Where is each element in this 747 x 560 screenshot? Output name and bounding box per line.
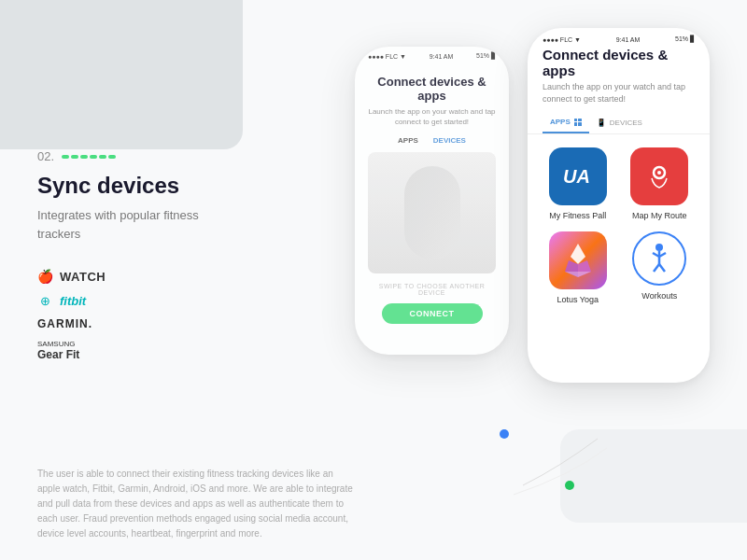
phone-right-tabbar: APPS 📱 DEVICES bbox=[528, 114, 710, 134]
app-name-map: Map My Route bbox=[632, 211, 687, 220]
status-left-signal: ●●●● FLC ▼ bbox=[368, 53, 406, 60]
app-name-workout: Workouts bbox=[641, 291, 677, 301]
step-dot-5 bbox=[99, 155, 106, 159]
app-item-map[interactable]: Map My Route bbox=[625, 147, 696, 220]
step-dot-2 bbox=[71, 155, 78, 159]
map-icon-svg bbox=[642, 160, 676, 193]
brand-garmin-label: GARMIN. bbox=[37, 317, 92, 330]
phone-left-tabbar: APPS DEVICES bbox=[368, 136, 496, 145]
brand-list: 🍎 WATCH ⊕ fitbit GARMIN. SAMSUNG Gear Fi… bbox=[37, 269, 243, 361]
svg-line-12 bbox=[659, 264, 665, 272]
brand-apple-label: WATCH bbox=[60, 270, 106, 284]
step-dot-3 bbox=[80, 155, 88, 159]
brand-fitbit-label: fitbit bbox=[60, 294, 86, 308]
svg-point-7 bbox=[655, 244, 663, 251]
workout-icon-svg bbox=[641, 240, 678, 277]
swipe-text: SWIPE TO CHOOSE ANOTHER DEVICE bbox=[368, 283, 496, 296]
tab-apps-right[interactable]: APPS bbox=[543, 114, 589, 133]
app-item-yoga[interactable]: Lotus Yoga bbox=[543, 231, 613, 304]
yoga-icon-svg bbox=[559, 240, 597, 281]
tab-devices-label: DEVICES bbox=[610, 119, 642, 127]
tab-apps-label: APPS bbox=[550, 118, 571, 126]
app-name-fitness: My Fitness Pall bbox=[549, 211, 606, 220]
phone-left-subtitle: Launch the app on your watch and tap con… bbox=[368, 106, 496, 127]
step-dot-1 bbox=[62, 155, 69, 159]
status-left-battery: 51% ▊ bbox=[476, 52, 496, 60]
brand-samsung-label: SAMSUNG Gear Fit bbox=[37, 340, 79, 361]
svg-marker-3 bbox=[571, 244, 585, 264]
phone-right-subtitle: Launch the app on your watch and tap con… bbox=[528, 81, 710, 105]
section-desc: Integrates with popular fitness trackers bbox=[37, 206, 243, 243]
svg-line-11 bbox=[654, 264, 659, 272]
app-icon-yoga bbox=[549, 231, 607, 289]
dot-blue bbox=[500, 429, 509, 439]
bg-shape-top bbox=[0, 0, 243, 149]
app-name-yoga: Lotus Yoga bbox=[557, 295, 599, 304]
apple-icon: 🍎 bbox=[37, 269, 52, 284]
svg-point-2 bbox=[657, 171, 661, 175]
phones-container: ●●●● FLC ▼ 9:41 AM 51% ▊ Connect devices… bbox=[355, 28, 710, 383]
phone-right-title: Connect devices & apps bbox=[528, 47, 710, 78]
ua-logo-svg: UA bbox=[561, 162, 595, 190]
phone-right-status: ●●●● FLC ▼ 9:41 AM 51% ▊ bbox=[528, 28, 710, 47]
connect-button[interactable]: CONNECT bbox=[382, 303, 483, 324]
step-label: 02. bbox=[37, 149, 243, 163]
phone-left-status: ●●●● FLC ▼ 9:41 AM 51% ▊ bbox=[355, 47, 509, 63]
step-dot-6 bbox=[108, 155, 116, 159]
tab-apps-left[interactable]: APPS bbox=[398, 136, 418, 145]
grid-icon bbox=[574, 119, 582, 126]
step-number: 02. bbox=[37, 149, 54, 163]
tab-devices-right[interactable]: 📱 DEVICES bbox=[589, 114, 650, 133]
dot-green bbox=[565, 481, 574, 490]
device-image-area bbox=[368, 152, 496, 273]
app-item-workout[interactable]: Workouts bbox=[625, 231, 696, 304]
brand-samsung: SAMSUNG Gear Fit bbox=[37, 340, 243, 361]
device-silhouette bbox=[404, 166, 460, 259]
status-left-time: 9:41 AM bbox=[430, 53, 454, 60]
app-icon-ua: UA bbox=[549, 147, 607, 205]
footer-text: The user is able to connect their existi… bbox=[37, 467, 355, 541]
phone-left-content: Connect devices & apps Launch the app on… bbox=[355, 63, 509, 335]
brand-fitbit: ⊕ fitbit bbox=[37, 293, 243, 308]
left-panel: 02. Sync devices Integrates with popular… bbox=[37, 149, 243, 361]
phone-right: ●●●● FLC ▼ 9:41 AM 51% ▊ Connect devices… bbox=[528, 28, 710, 383]
section-title: Sync devices bbox=[37, 173, 243, 199]
status-right-signal: ●●●● FLC ▼ bbox=[543, 36, 581, 43]
fitbit-icon: ⊕ bbox=[37, 293, 52, 308]
svg-marker-6 bbox=[565, 272, 591, 277]
step-dots bbox=[62, 155, 116, 159]
step-dot-4 bbox=[90, 155, 97, 159]
brand-garmin: GARMIN. bbox=[37, 317, 243, 330]
svg-text:UA: UA bbox=[563, 166, 590, 187]
bg-shape-bottom-right bbox=[560, 429, 747, 523]
tab-devices-left[interactable]: DEVICES bbox=[433, 136, 466, 145]
apps-grid: UA My Fitness Pall Map My Route bbox=[528, 147, 710, 304]
brand-apple: 🍎 WATCH bbox=[37, 269, 243, 284]
status-right-time: 9:41 AM bbox=[616, 36, 641, 43]
status-right-battery: 51% ▊ bbox=[675, 35, 695, 43]
devices-icon: 📱 bbox=[597, 119, 606, 127]
app-item-fitness[interactable]: UA My Fitness Pall bbox=[543, 147, 613, 220]
app-icon-map bbox=[630, 147, 688, 205]
phone-left: ●●●● FLC ▼ 9:41 AM 51% ▊ Connect devices… bbox=[355, 47, 509, 355]
phone-left-title: Connect devices & apps bbox=[368, 75, 496, 103]
app-icon-workout bbox=[632, 231, 686, 286]
